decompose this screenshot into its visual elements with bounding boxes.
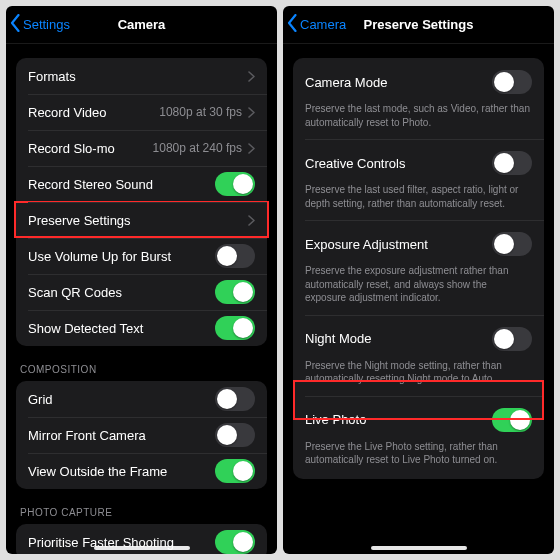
row-description: Preserve the last mode, such as Video, r… [305,96,532,129]
group-header-composition: COMPOSITION [6,346,277,381]
row-label: Record Stereo Sound [28,177,215,192]
navbar: Settings Camera [6,6,277,44]
row-description: Preserve the Live Photo setting, rather … [305,434,532,467]
camera-settings-pane: Settings Camera Formats Record Video 108… [6,6,277,554]
row-label: Night Mode [305,331,492,346]
row-record-slomo[interactable]: Record Slo-mo 1080p at 240 fps [16,130,267,166]
home-indicator[interactable] [94,546,190,550]
chevron-right-icon [248,143,255,154]
row-label: View Outside the Frame [28,464,215,479]
page-title: Preserve Settings [364,17,474,32]
row-label: Camera Mode [305,75,492,90]
row-label: Grid [28,392,215,407]
row-creative-controls[interactable]: Creative Controls Preserve the last used… [293,139,544,220]
row-description: Preserve the Night mode setting, rather … [305,353,532,386]
row-label: Show Detected Text [28,321,215,336]
row-volume-burst[interactable]: Use Volume Up for Burst [16,238,267,274]
chevron-right-icon [248,107,255,118]
toggle-volume-burst[interactable] [215,244,255,268]
row-record-video[interactable]: Record Video 1080p at 30 fps [16,94,267,130]
toggle-outside-frame[interactable] [215,459,255,483]
preserve-scroll[interactable]: Camera Mode Preserve the last mode, such… [283,44,554,554]
toggle-exposure-adjustment[interactable] [492,232,532,256]
row-night-mode[interactable]: Night Mode Preserve the Night mode setti… [293,315,544,396]
toggle-live-photo[interactable] [492,408,532,432]
row-exposure-adjustment[interactable]: Exposure Adjustment Preserve the exposur… [293,220,544,315]
back-button[interactable]: Settings [10,6,70,43]
toggle-grid[interactable] [215,387,255,411]
row-description: Preserve the exposure adjustment rather … [305,258,532,305]
row-label: Record Slo-mo [28,141,153,156]
toggle-detected-text[interactable] [215,316,255,340]
group-header-photo-capture: PHOTO CAPTURE [6,489,277,524]
settings-scroll[interactable]: Formats Record Video 1080p at 30 fps Rec… [6,44,277,554]
navbar: Camera Preserve Settings [283,6,554,44]
page-title: Camera [118,17,166,32]
row-value: 1080p at 30 fps [159,105,242,119]
toggle-prioritise-shooting[interactable] [215,530,255,554]
row-live-photo[interactable]: Live Photo Preserve the Live Photo setti… [293,396,544,477]
row-description: Preserve the last used filter, aspect ra… [305,177,532,210]
row-value: 1080p at 240 fps [153,141,242,155]
row-outside-frame[interactable]: View Outside the Frame [16,453,267,489]
back-label: Settings [23,17,70,32]
toggle-camera-mode[interactable] [492,70,532,94]
settings-group-composition: Grid Mirror Front Camera View Outside th… [16,381,267,489]
row-grid[interactable]: Grid [16,381,267,417]
row-label: Mirror Front Camera [28,428,215,443]
toggle-creative-controls[interactable] [492,151,532,175]
back-label: Camera [300,17,346,32]
toggle-scan-qr[interactable] [215,280,255,304]
row-stereo-sound[interactable]: Record Stereo Sound [16,166,267,202]
row-mirror-front[interactable]: Mirror Front Camera [16,417,267,453]
toggle-mirror-front[interactable] [215,423,255,447]
row-label: Exposure Adjustment [305,237,492,252]
toggle-night-mode[interactable] [492,327,532,351]
preserve-settings-pane: Camera Preserve Settings Camera Mode Pre… [283,6,554,554]
settings-group-main: Formats Record Video 1080p at 30 fps Rec… [16,58,267,346]
home-indicator[interactable] [371,546,467,550]
row-scan-qr[interactable]: Scan QR Codes [16,274,267,310]
chevron-left-icon [10,14,23,35]
row-camera-mode[interactable]: Camera Mode Preserve the last mode, such… [293,58,544,139]
toggle-stereo-sound[interactable] [215,172,255,196]
preserve-settings-group: Camera Mode Preserve the last mode, such… [293,58,544,479]
chevron-right-icon [248,215,255,226]
row-detected-text[interactable]: Show Detected Text [16,310,267,346]
row-label: Preserve Settings [28,213,248,228]
row-label: Scan QR Codes [28,285,215,300]
back-button[interactable]: Camera [287,6,346,43]
row-label: Creative Controls [305,156,492,171]
row-label: Use Volume Up for Burst [28,249,215,264]
row-label: Live Photo [305,412,492,427]
chevron-left-icon [287,14,300,35]
row-preserve-settings[interactable]: Preserve Settings [16,202,267,238]
row-label: Formats [28,69,248,84]
chevron-right-icon [248,71,255,82]
row-label: Record Video [28,105,159,120]
row-formats[interactable]: Formats [16,58,267,94]
